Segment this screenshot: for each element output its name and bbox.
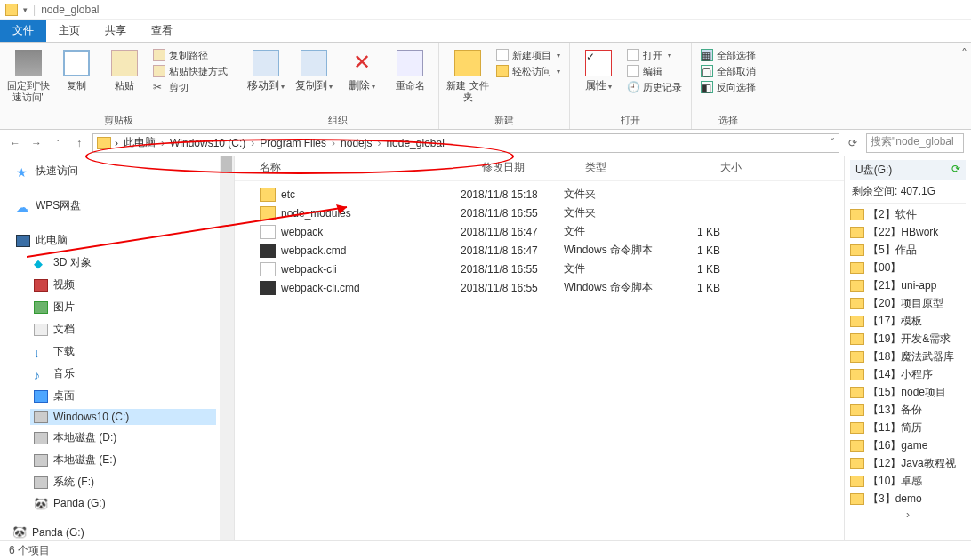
address-box[interactable]: › 此电脑› Windows10 (C:)› Program Files› no… [92,133,839,153]
preview-folder-item[interactable]: 【10】卓感 [850,474,966,489]
edit-button[interactable]: 编辑 [625,64,684,78]
preview-folder-item[interactable]: 【18】魔法武器库 [850,349,966,364]
ribbon-group-select: ▦全部选择 ▢全部取消 ◧反向选择 选择 [692,43,765,129]
nav-history-button[interactable]: ˅ [50,135,66,151]
copy-button[interactable]: 复制 [55,46,98,112]
search-input[interactable]: 搜索"node_global [866,133,964,153]
preview-folder-item[interactable]: 【15】node项目 [850,385,966,400]
file-row[interactable]: webpack-cli.cmd2018/11/8 16:55Windows 命令… [260,278,844,297]
address-dropdown-icon[interactable]: ˅ [830,137,835,149]
file-row[interactable]: etc2018/11/8 15:18文件夹 [260,185,844,204]
nav-downloads[interactable]: ↓下载 [30,342,216,361]
properties-button[interactable]: ✓属性▾ [577,46,620,112]
title-drop-icon[interactable]: ▾ [23,5,28,14]
nav-up-button[interactable]: ↑ [71,135,87,151]
tab-file[interactable]: 文件 [0,20,46,42]
rename-button[interactable]: 重命名 [389,46,431,112]
preview-drive-header[interactable]: U盘(G:)⟳ [850,160,966,180]
nav-panda-network[interactable]: 🐼 Panda (G:) [12,525,84,539]
picture-icon [34,301,48,314]
panda-icon: 🐼 [34,497,48,509]
paste-button[interactable]: 粘贴 [103,46,146,112]
breadcrumb: 此电脑› Windows10 (C:)› Program Files› node… [122,135,446,150]
annotation-arrow [27,202,365,264]
video-icon [34,279,48,292]
ribbon-group-open: ✓属性▾ 打开▾ 编辑 🕘历史记录 打开 [570,43,692,129]
breadcrumb-item[interactable]: Windows10 (C:) [168,137,247,149]
preview-folder-item[interactable]: 【14】小程序 [850,367,966,382]
pin-quick-access-button[interactable]: 固定到"快 速访问" [7,46,50,112]
preview-folder-item[interactable]: 【20】项目原型 [850,296,966,311]
new-folder-button[interactable]: 新建 文件夹 [446,46,489,112]
nav-g-drive[interactable]: 🐼Panda (G:) [30,495,216,511]
panda-icon: 🐼 [12,525,27,539]
nav-f-drive[interactable]: 系统 (F:) [30,473,216,492]
nav-videos[interactable]: 视频 [30,276,216,294]
preview-folder-item[interactable]: 【17】模板 [850,314,966,329]
tab-share[interactable]: 共享 [92,20,139,42]
col-date[interactable]: 修改日期 [482,160,585,175]
select-none-button[interactable]: ▢全部取消 [699,64,758,78]
copy-path-button[interactable]: 复制路径 [151,48,229,62]
ribbon-collapse-icon[interactable]: ˄ [961,46,967,60]
tab-home[interactable]: 主页 [46,20,92,42]
breadcrumb-item[interactable]: Program Files [258,137,328,149]
tab-view[interactable]: 查看 [139,20,185,42]
preview-folder-item[interactable]: 【22】HBwork [850,225,966,240]
history-button[interactable]: 🕘历史记录 [625,80,684,94]
move-to-button[interactable]: 移动到▾ [245,46,287,112]
nav-d-drive[interactable]: 本地磁盘 (D:) [30,428,216,447]
folder-icon [850,476,864,487]
preview-folder-item[interactable]: 【2】软件 [850,207,966,222]
group-label-organize: 组织 [245,112,431,127]
preview-folder-item[interactable]: 【16】game [850,438,966,453]
cut-button[interactable]: ✂剪切 [151,80,229,94]
breadcrumb-item[interactable]: nodejs [339,137,373,149]
folder-icon [850,298,864,309]
status-bar: 6 个项目 [0,540,971,560]
desktop-icon [34,390,48,403]
preview-folder-item[interactable]: 【3】demo [850,492,966,507]
cmd-icon [260,281,276,295]
preview-folder-item[interactable]: 【13】备份 [850,403,966,418]
group-label-new: 新建 [446,112,562,127]
preview-folder-item[interactable]: 【00】 [850,260,966,276]
nav-quick-access[interactable]: ★快速访问 [12,162,216,180]
easy-access-button[interactable]: 轻松访问▾ [494,64,562,78]
folder-icon [5,4,18,16]
refresh-button[interactable]: ⟳ [845,137,861,149]
col-size[interactable]: 大小 [688,160,742,175]
preview-folder-item[interactable]: 【19】开发&需求 [850,332,966,347]
open-button[interactable]: 打开▾ [625,48,684,62]
nav-e-drive[interactable]: 本地磁盘 (E:) [30,451,216,469]
nav-pictures[interactable]: 图片 [30,298,216,316]
preview-folder-item[interactable]: 【5】作品 [850,243,966,258]
refresh-icon[interactable]: ⟳ [951,163,960,178]
preview-space: 剩余空间: 407.1G [850,180,966,204]
preview-scroll-right[interactable]: › [850,507,966,523]
breadcrumb-item[interactable]: node_global [384,137,445,149]
paste-shortcut-button[interactable]: 粘贴快捷方式 [151,64,229,78]
new-item-button[interactable]: 新建项目▾ [494,48,562,62]
column-headers: 名称 修改日期 类型 大小 [235,156,844,181]
col-name[interactable]: 名称 [260,160,482,175]
preview-folder-item[interactable]: 【12】Java教程视 [850,456,966,471]
nav-music[interactable]: ♪音乐 [30,364,216,383]
nav-forward-button[interactable]: → [28,135,44,151]
svg-line-0 [27,207,347,257]
nav-back-button[interactable]: ← [7,135,23,151]
invert-select-button[interactable]: ◧反向选择 [699,80,758,94]
folder-icon [850,209,864,220]
select-all-button[interactable]: ▦全部选择 [699,48,758,62]
col-type[interactable]: 类型 [585,160,688,175]
drive-icon [34,432,48,444]
copy-to-button[interactable]: 复制到▾ [293,46,335,112]
delete-button[interactable]: ✕删除▾ [341,46,383,112]
nav-c-drive[interactable]: Windows10 (C:) [30,409,216,425]
nav-documents[interactable]: 文档 [30,320,216,339]
nav-desktop[interactable]: 桌面 [30,387,216,405]
preview-folder-item[interactable]: 【11】简历 [850,420,966,436]
ribbon: ˄ 固定到"快 速访问" 复制 粘贴 复制路径 粘贴快捷方式 ✂剪切 剪贴板 移… [0,43,971,130]
breadcrumb-item[interactable]: 此电脑 [122,135,157,150]
preview-folder-item[interactable]: 【21】uni-app [850,278,966,293]
